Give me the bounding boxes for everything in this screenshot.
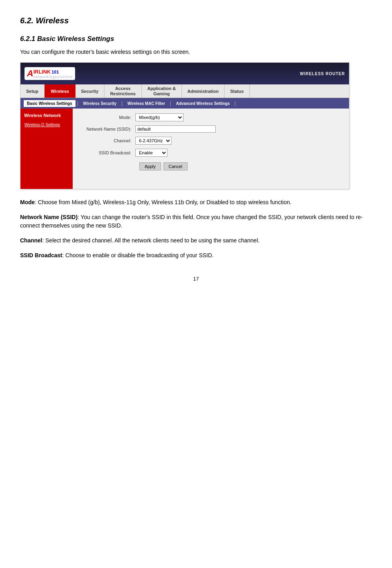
logo-a-letter: A (27, 68, 33, 79)
term-ssid-sep: : (78, 214, 81, 220)
router-nav: Setup Wireless Security Access Restricti… (20, 84, 349, 98)
subnav-sep3: | (169, 100, 172, 106)
nav-security[interactable]: Security (76, 84, 104, 98)
subnav-advanced-wireless[interactable]: Advanced Wireless Settings (173, 100, 233, 107)
router-logo: A IRLINK 101 networkingsolutions (24, 67, 75, 80)
sub-heading: 6.2.1 Basic Wireless Settings (20, 35, 372, 43)
router-brand-right: WIRELESS ROUTER (300, 72, 345, 76)
term-ssid-broadcast-sep: : (62, 252, 65, 258)
intro-text: You can configure the router's basic wir… (20, 49, 372, 55)
term-mode: Mode (20, 199, 35, 205)
form-button-row: Apply Cancel (139, 162, 343, 170)
nav-setup[interactable]: Setup (20, 84, 45, 98)
subnav-wireless-security[interactable]: Wireless Security (80, 100, 120, 107)
sidebar-title: Wireless Network (23, 112, 70, 119)
logo-101: 101 (51, 70, 59, 74)
nav-status[interactable]: Status (225, 84, 250, 98)
logo-box: A IRLINK 101 networkingsolutions (24, 67, 75, 80)
nav-administration[interactable]: Administration (182, 84, 225, 98)
router-sidebar: Wireless Network Wireless-G Settings (20, 109, 73, 189)
nav-restrictions-label2: Restrictions (110, 91, 136, 96)
ssid-label: Network Name (SSID): (79, 127, 135, 131)
form-row-ssid-broadcast: SSID Broadcast: Enable Disable (79, 149, 343, 157)
desc-ssid: Network Name (SSID): You can change the … (20, 213, 372, 230)
subnav-sep1: | (76, 100, 79, 106)
page-number: 17 (20, 276, 372, 282)
ssid-broadcast-label: SSID Broadcast: (79, 150, 135, 155)
ssid-broadcast-select[interactable]: Enable Disable (135, 149, 167, 157)
subnav-basic-wireless[interactable]: Basic Wireless Settings (24, 100, 76, 107)
term-channel: Channel (20, 237, 42, 244)
section-heading: 6.2. Wireless (20, 16, 372, 25)
nav-wireless[interactable]: Wireless (45, 84, 76, 98)
mode-label: Mode: (79, 115, 135, 120)
subnav-sep2: | (120, 100, 123, 106)
term-channel-sep: : (42, 237, 45, 244)
channel-select[interactable]: 6-2.437GHz (135, 137, 172, 145)
nav-application-label1: Application & (147, 86, 176, 91)
sidebar-link-wireless-g[interactable]: Wireless-G Settings (23, 121, 70, 128)
nav-gaming-label2: Gaming (153, 91, 170, 96)
logo-irlink: IRLINK (33, 69, 51, 75)
desc-ssid-broadcast-text: Choose to enable or disable the broadcas… (65, 252, 214, 258)
mode-select[interactable]: Mixed(g/b) Wireless-11g Only Wireless 11… (135, 113, 184, 121)
term-ssid: Network Name (SSID) (20, 214, 78, 220)
subnav-sep4: | (234, 100, 237, 106)
cancel-button[interactable]: Cancel (163, 162, 188, 170)
desc-channel: Channel: Select the desired channel. All… (20, 236, 372, 245)
desc-mode: Mode: Choose from Mixed (g/b), Wireless-… (20, 198, 372, 207)
form-row-ssid: Network Name (SSID): (79, 125, 343, 133)
logo-networking: networkingsolutions (33, 75, 73, 79)
ssid-input[interactable] (135, 125, 216, 133)
router-screenshot: A IRLINK 101 networkingsolutions WIRELES… (20, 62, 349, 189)
router-top-bar: A IRLINK 101 networkingsolutions WIRELES… (20, 63, 349, 84)
subnav-wireless-mac[interactable]: Wireless MAC Filter (124, 100, 168, 107)
nav-access-restrictions[interactable]: Access Restrictions (104, 84, 142, 98)
router-content: Wireless Network Wireless-G Settings Mod… (20, 109, 349, 189)
desc-mode-text: Choose from Mixed (g/b), Wireless-11g On… (38, 199, 291, 205)
nav-application-gaming[interactable]: Application & Gaming (142, 84, 182, 98)
desc-ssid-broadcast: SSID Broadcast: Choose to enable or disa… (20, 251, 372, 260)
form-row-channel: Channel: 6-2.437GHz (79, 137, 343, 145)
apply-button[interactable]: Apply (139, 162, 161, 170)
nav-access-label1: Access (115, 86, 131, 91)
router-subnav: Basic Wireless Settings | Wireless Secur… (20, 98, 349, 109)
desc-channel-text: Select the desired channel. All the netw… (45, 237, 259, 244)
form-row-mode: Mode: Mixed(g/b) Wireless-11g Only Wirel… (79, 113, 343, 121)
term-ssid-broadcast: SSID Broadcast (20, 252, 62, 258)
router-main-form: Mode: Mixed(g/b) Wireless-11g Only Wirel… (73, 109, 349, 189)
channel-label: Channel: (79, 138, 135, 143)
